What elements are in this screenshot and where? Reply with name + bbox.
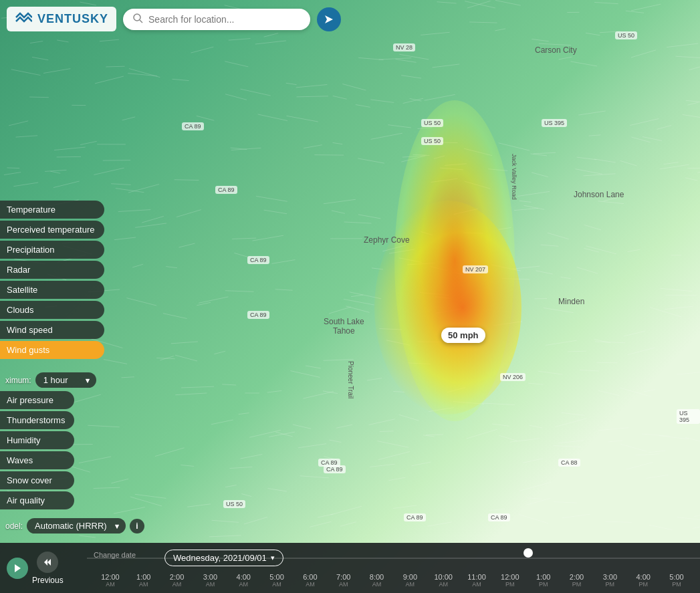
time-tick-900am: 9:00AM	[393, 573, 427, 588]
time-tick-300am: 3:00AM	[193, 573, 227, 588]
sidebar-item-air-quality[interactable]: Air quality	[0, 491, 74, 509]
model-label: odel:	[5, 521, 23, 531]
logo: VENTUSKY	[7, 7, 116, 31]
perceived-temperature-label: Perceived temperature	[7, 225, 95, 235]
rewind-button[interactable]	[37, 552, 58, 573]
previous-label: Previous	[32, 576, 64, 585]
clouds-label: Clouds	[7, 305, 33, 315]
logo-text: VENTUSKY	[37, 12, 108, 26]
search-input[interactable]	[148, 14, 301, 25]
road-ca89-7: CA 89	[404, 513, 426, 521]
sidebar-item-humidity[interactable]: Humidity	[0, 431, 74, 449]
info-button[interactable]: i	[130, 519, 144, 533]
road-nv206: NV 206	[500, 373, 526, 381]
time-tick-500am: 5:00AM	[260, 573, 294, 588]
label-pioneer-trail: Pioneer Trail	[347, 361, 354, 398]
location-button[interactable]	[317, 7, 341, 31]
road-ca89-4: CA 89	[247, 311, 269, 319]
timeline-track	[87, 558, 700, 559]
label-johnson-lane: Johnson Lane	[574, 190, 624, 199]
air-quality-label: Air quality	[7, 495, 45, 505]
wind-speed-label: Wind speed	[7, 325, 53, 335]
road-us50-2: US 50	[421, 119, 443, 127]
sidebar-item-waves[interactable]: Waves	[0, 451, 74, 469]
wind-heat-zone-2	[374, 201, 521, 414]
model-selector: odel: Automatic (HRRR) GFS ECMWF NAM ▾ i	[0, 515, 150, 536]
sidebar-item-satellite[interactable]: Satellite	[0, 281, 104, 299]
sidebar-item-radar[interactable]: Radar	[0, 261, 104, 279]
road-us50-1: US 50	[615, 31, 637, 39]
bottom-bar: Previous Change date Wednesday, 2021/09/…	[0, 543, 700, 593]
sidebar-item-air-pressure[interactable]: Air pressure	[0, 391, 74, 409]
bottom-left-controls: Previous	[0, 552, 87, 585]
snow-cover-label: Snow cover	[7, 475, 52, 485]
search-icon	[132, 13, 143, 26]
logo-icon	[15, 11, 32, 27]
model-select-wrapper: Automatic (HRRR) GFS ECMWF NAM ▾	[27, 518, 126, 533]
time-tick-1200am: 12:00AM	[94, 573, 127, 588]
map[interactable]: 50 mph Carson City Johnson Lane Minden S…	[0, 0, 700, 593]
wind-gusts-label: Wind gusts	[7, 345, 49, 355]
svg-marker-4	[44, 559, 47, 566]
label-carson-city: Carson City	[535, 45, 577, 55]
label-south-lake-tahoe: South LakeTahoe	[324, 317, 364, 336]
timeline-ticks: 12:00AM 1:00AM 2:00AM 3:00AM 4:00AM 5:00…	[87, 573, 700, 588]
road-ca89-3: CA 89	[247, 256, 269, 264]
road-nv28: NV 28	[393, 43, 415, 51]
wind-overlay	[0, 0, 700, 543]
time-tick-300pm: 3:00PM	[593, 573, 626, 588]
maximum-select[interactable]: 1 hour 3 hours 6 hours 12 hours 24 hours	[35, 372, 96, 388]
speed-badge: 50 mph	[441, 328, 485, 343]
label-jack-valley: Jack Valley Road	[511, 154, 517, 200]
svg-line-1	[140, 20, 142, 23]
label-minden: Minden	[558, 297, 584, 306]
road-ca89-6: CA 89	[324, 465, 346, 473]
road-ca89-8: CA 89	[488, 513, 510, 521]
waves-label: Waves	[7, 455, 33, 465]
sidebar-item-thunderstorms[interactable]: Thunderstorms	[0, 411, 74, 429]
road-us395-2: US 395	[677, 409, 700, 424]
time-tick-1100am: 11:00AM	[460, 573, 493, 588]
maximum-control: ximum: 1 hour 3 hours 6 hours 12 hours 2…	[0, 370, 102, 390]
maximum-label: ximum:	[5, 376, 31, 385]
model-select[interactable]: Automatic (HRRR) GFS ECMWF NAM	[27, 518, 126, 533]
time-tick-500pm: 5:00PM	[660, 573, 693, 588]
time-tick-700am: 7:00AM	[327, 573, 360, 588]
play-button[interactable]	[7, 558, 28, 579]
timeline-scrubber[interactable]	[523, 548, 533, 558]
road-ca88: CA 88	[558, 459, 580, 467]
sidebar-item-precipitation[interactable]: Precipitation	[0, 241, 104, 259]
radar-label: Radar	[7, 265, 30, 275]
sidebar-item-temperature[interactable]: Temperature	[0, 201, 104, 219]
sidebar-item-perceived-temperature[interactable]: Perceived temperature	[0, 221, 104, 239]
thunderstorms-label: Thunderstorms	[7, 415, 65, 425]
road-ca89-1: CA 89	[182, 122, 204, 130]
sidebar-item-wind-gusts[interactable]: Wind gusts	[0, 341, 104, 359]
time-tick-200pm: 2:00PM	[560, 573, 594, 588]
max-select-wrapper: 1 hour 3 hours 6 hours 12 hours 24 hours…	[35, 372, 96, 388]
road-ca89-2: CA 89	[215, 186, 237, 194]
sidebar: Temperature Perceived temperature Precip…	[0, 201, 104, 359]
timeline[interactable]: Change date Wednesday, 2021/09/01 ▾ 12:0…	[87, 543, 700, 593]
search-bar[interactable]	[123, 9, 310, 30]
precipitation-label: Precipitation	[7, 245, 55, 255]
humidity-label: Humidity	[7, 435, 41, 445]
svg-marker-5	[47, 559, 51, 566]
time-tick-600am: 6:00AM	[294, 573, 327, 588]
header: VENTUSKY	[7, 7, 693, 31]
sidebar-item-snow-cover[interactable]: Snow cover	[0, 471, 74, 489]
time-tick-400am: 4:00AM	[227, 573, 260, 588]
air-pressure-label: Air pressure	[7, 395, 53, 405]
time-tick-800am: 8:00AM	[360, 573, 394, 588]
sidebar-item-clouds[interactable]: Clouds	[0, 301, 104, 319]
time-tick-200am: 2:00AM	[160, 573, 194, 588]
time-tick-1200pm: 12:00PM	[493, 573, 527, 588]
temperature-label: Temperature	[7, 205, 55, 215]
svg-marker-2	[325, 15, 333, 23]
time-tick-400pm: 4:00PM	[626, 573, 660, 588]
road-us50-3: US 50	[421, 137, 443, 145]
time-tick-1000am: 10:00AM	[427, 573, 460, 588]
road-us50-4: US 50	[223, 500, 245, 508]
sidebar-item-wind-speed[interactable]: Wind speed	[0, 321, 104, 339]
svg-point-0	[134, 14, 140, 21]
